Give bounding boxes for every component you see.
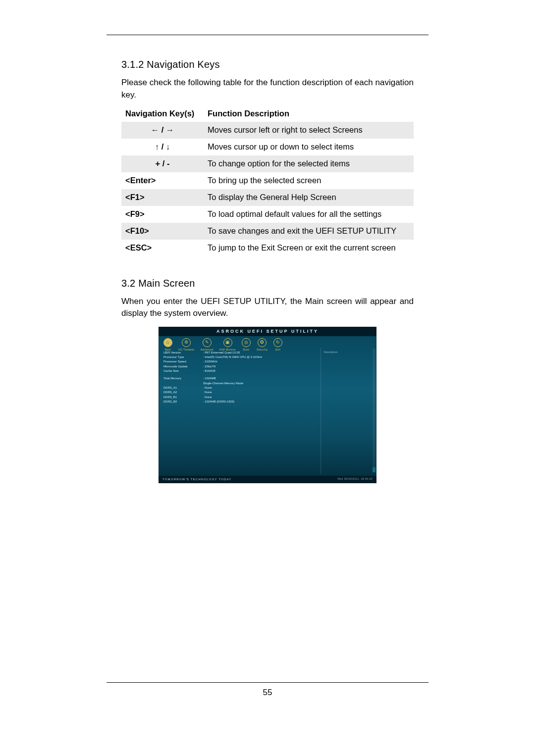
uefi-info-row: Processor Speed: 3100MHz <box>163 359 316 364</box>
tab-icon: ▣ <box>223 338 232 347</box>
navigation-keys-table: Navigation Key(s) Function Description ←… <box>121 106 414 256</box>
table-row: <F9>To load optimal default values for a… <box>121 206 414 223</box>
table-row: ← / →Moves cursor left or right to selec… <box>121 122 414 139</box>
tab-icon: ⚙ <box>182 338 191 347</box>
nav-key-cell: <ESC> <box>121 240 204 256</box>
uefi-footer-left: TOMORROW'S TECHNOLOGY TODAY <box>162 477 232 482</box>
table-row: + / -To change option for the selected i… <box>121 155 414 172</box>
tab-icon: ⌂ <box>163 338 172 347</box>
nav-desc-cell: To jump to the Exit Screen or exit the c… <box>204 240 414 256</box>
uefi-right-desc: Description <box>324 351 374 354</box>
uefi-info-row: Cache Size: 8192KB <box>163 369 316 373</box>
page-number: 55 <box>0 688 535 698</box>
table-row: <ESC>To jump to the Exit Screen or exit … <box>121 240 414 256</box>
nav-key-cell: <F1> <box>121 189 204 206</box>
uefi-screenshot: ASROCK UEFI SETUP UTILITY ⌂Main⚙OC Tweak… <box>159 327 376 483</box>
uefi-info-row: DDR3_A1: None <box>163 386 316 390</box>
nav-key-cell: <F10> <box>121 223 204 240</box>
th-func-desc: Function Description <box>204 106 414 122</box>
nav-key-cell: <Enter> <box>121 172 204 189</box>
nav-key-cell: ← / → <box>121 122 204 139</box>
table-row: ↑ / ↓Moves cursor up or down to select i… <box>121 139 414 155</box>
table-row: <F10>To save changes and exit the UEFI S… <box>121 223 414 240</box>
heading-3-1-2: 3.1.2 Navigation Keys <box>121 57 414 72</box>
nav-desc-cell: To display the General Help Screen <box>204 189 414 206</box>
tab-icon: ◎ <box>242 338 251 347</box>
nav-desc-cell: To bring up the selected screen <box>204 172 414 189</box>
uefi-info-row: DDR3_B2: 1024MB (DDR3-1333) <box>163 400 316 404</box>
uefi-info-row: UEFI Version: P67 Extreme6 Quad L0.05 <box>163 351 316 355</box>
bottom-rule <box>107 682 428 683</box>
uefi-scrollbar <box>373 349 375 472</box>
tab-icon: ✪ <box>258 338 267 347</box>
nav-key-cell: + / - <box>121 155 204 172</box>
uefi-info-row: DDR3_A2: None <box>163 390 316 395</box>
uefi-footer-right: Wed 06/29/2011, 18:30:20 <box>337 477 373 482</box>
nav-key-cell: <F9> <box>121 206 204 223</box>
heading-3-2: 3.2 Main Screen <box>121 276 414 291</box>
th-nav-keys: Navigation Key(s) <box>121 106 204 122</box>
tab-icon: ↻ <box>273 338 282 347</box>
nav-desc-cell: Moves cursor left or right to select Scr… <box>204 122 414 139</box>
uefi-info-row: Processor Type: Intel(R) Core(TM) i5-230… <box>163 355 316 359</box>
uefi-info-row: Single-Channel Memory Mode <box>163 381 316 386</box>
table-row: <F1>To display the General Help Screen <box>121 189 414 206</box>
tab-icon: ✎ <box>203 338 212 347</box>
uefi-title: ASROCK UEFI SETUP UTILITY <box>159 327 376 336</box>
uefi-info-row: DDR3_B1: None <box>163 395 316 400</box>
intro-3-2: When you enter the UEFI SETUP UTILITY, t… <box>121 296 414 320</box>
nav-desc-cell: Moves cursor up or down to select items <box>204 139 414 155</box>
nav-desc-cell: To change option for the selected items <box>204 155 414 172</box>
table-row: <Enter>To bring up the selected screen <box>121 172 414 189</box>
uefi-info-row: Total Memory: 1024MB <box>163 376 316 381</box>
uefi-info-row: Microcode Update: 206a7/9 <box>163 364 316 369</box>
intro-3-1-2: Please check the following table for the… <box>121 77 414 101</box>
nav-key-cell: ↑ / ↓ <box>121 139 204 155</box>
nav-desc-cell: To save changes and exit the UEFI SETUP … <box>204 223 414 240</box>
nav-desc-cell: To load optimal default values for all t… <box>204 206 414 223</box>
